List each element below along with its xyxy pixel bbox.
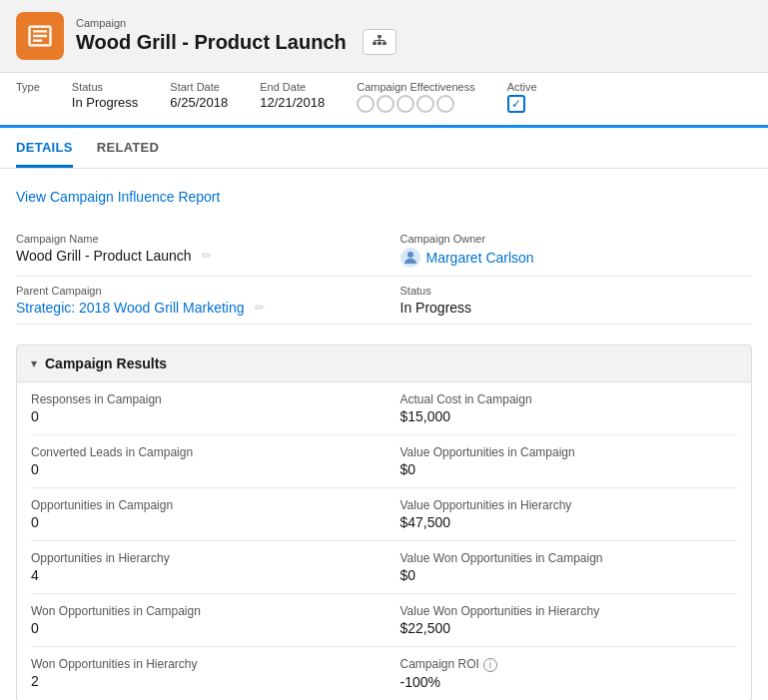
active-label: Active bbox=[507, 81, 537, 93]
type-label: Type bbox=[16, 81, 40, 93]
result-value: 0 bbox=[31, 408, 369, 424]
field-parent-campaign: Parent Campaign Strategic: 2018 Wood Gri… bbox=[16, 277, 384, 325]
active-checkbox[interactable]: ✓ bbox=[507, 95, 525, 113]
result-label: Value Opportunities in Campaign bbox=[400, 445, 738, 459]
results-grid: Responses in Campaign 0 Actual Cost in C… bbox=[31, 382, 737, 700]
result-label: Won Opportunities in Hierarchy bbox=[31, 657, 369, 671]
meta-status: Status In Progress bbox=[72, 81, 138, 110]
result-item-right-4: Value Won Opportunities in Hierarchy $22… bbox=[384, 594, 738, 647]
result-label: Value Won Opportunities in Campaign bbox=[400, 551, 738, 565]
field-campaign-name: Campaign Name Wood Grill - Product Launc… bbox=[16, 225, 384, 277]
fields-grid: Campaign Name Wood Grill - Product Launc… bbox=[16, 225, 752, 325]
star-1 bbox=[357, 95, 375, 113]
campaign-name-label: Campaign Name bbox=[16, 233, 369, 245]
field-campaign-owner: Campaign Owner Margaret Carlson bbox=[384, 225, 753, 277]
content-area: View Campaign Influence Report Campaign … bbox=[0, 169, 768, 700]
chevron-icon: ▾ bbox=[31, 356, 37, 370]
result-label: Responses in Campaign bbox=[31, 392, 369, 406]
result-item-right-2: Value Opportunities in Hierarchy $47,500 bbox=[384, 488, 738, 541]
end-date-value: 12/21/2018 bbox=[260, 95, 325, 110]
result-value: $0 bbox=[400, 567, 738, 583]
page-header: Campaign Wood Grill - Product Launch bbox=[0, 0, 768, 73]
star-4 bbox=[416, 95, 434, 113]
campaign-icon bbox=[16, 12, 64, 60]
result-label: Won Opportunities in Campaign bbox=[31, 604, 369, 618]
meta-start-date: Start Date 6/25/2018 bbox=[170, 81, 228, 110]
svg-rect-0 bbox=[378, 35, 382, 38]
campaign-name-value: Wood Grill - Product Launch ✏ bbox=[16, 248, 369, 264]
result-value: $47,500 bbox=[400, 514, 738, 530]
campaign-results-header[interactable]: ▾ Campaign Results bbox=[16, 345, 752, 382]
result-value: 0 bbox=[31, 514, 369, 530]
result-value: 4 bbox=[31, 567, 369, 583]
result-value: 0 bbox=[31, 461, 369, 477]
result-value: $0 bbox=[400, 461, 738, 477]
result-value: $15,000 bbox=[400, 408, 738, 424]
result-item-right-1: Value Opportunities in Campaign $0 bbox=[384, 435, 738, 488]
field-status-label: Status bbox=[400, 285, 753, 297]
start-date-label: Start Date bbox=[170, 81, 228, 93]
section-title: Campaign Results bbox=[45, 355, 167, 371]
result-value: -100% bbox=[400, 674, 738, 690]
svg-point-9 bbox=[407, 252, 413, 258]
campaign-owner-label: Campaign Owner bbox=[400, 233, 753, 245]
result-label: Opportunities in Campaign bbox=[31, 498, 369, 512]
start-date-value: 6/25/2018 bbox=[170, 95, 228, 110]
parent-campaign-label: Parent Campaign bbox=[16, 285, 369, 297]
result-value: 2 bbox=[31, 673, 369, 689]
star-3 bbox=[396, 95, 414, 113]
campaign-owner-value: Margaret Carlson bbox=[400, 248, 753, 268]
result-label: Value Opportunities in Hierarchy bbox=[400, 498, 738, 512]
field-status: Status In Progress bbox=[384, 277, 753, 325]
result-item-left-4: Won Opportunities in Campaign 0 bbox=[31, 594, 384, 647]
meta-bar: Type Status In Progress Start Date 6/25/… bbox=[0, 73, 768, 128]
header-text-group: Campaign Wood Grill - Product Launch bbox=[76, 17, 396, 55]
field-status-value: In Progress bbox=[400, 300, 753, 316]
tab-related[interactable]: RELATED bbox=[97, 128, 160, 168]
effectiveness-stars bbox=[357, 95, 474, 113]
result-label: Actual Cost in Campaign bbox=[400, 392, 738, 406]
star-5 bbox=[436, 95, 454, 113]
view-influence-report-link[interactable]: View Campaign Influence Report bbox=[16, 189, 220, 205]
star-2 bbox=[377, 95, 394, 113]
meta-active: Active ✓ bbox=[507, 81, 537, 113]
result-label: Converted Leads in Campaign bbox=[31, 445, 369, 459]
svg-rect-2 bbox=[378, 42, 382, 45]
result-item-left-5: Won Opportunities in Hierarchy 2 bbox=[31, 647, 384, 700]
parent-campaign-edit-icon[interactable]: ✏ bbox=[255, 301, 265, 315]
svg-rect-3 bbox=[383, 42, 386, 45]
result-label: Opportunities in Hierarchy bbox=[31, 551, 369, 565]
result-item-left-3: Opportunities in Hierarchy 4 bbox=[31, 541, 384, 594]
meta-type: Type bbox=[16, 81, 40, 95]
status-value: In Progress bbox=[72, 95, 138, 110]
info-icon[interactable]: i bbox=[483, 658, 497, 672]
status-label: Status bbox=[72, 81, 138, 93]
page-title: Wood Grill - Product Launch bbox=[76, 31, 347, 54]
tabs-bar: DETAILS RELATED bbox=[0, 128, 768, 169]
result-item-right-3: Value Won Opportunities in Campaign $0 bbox=[384, 541, 738, 594]
result-value: 0 bbox=[31, 620, 369, 636]
owner-avatar bbox=[400, 248, 420, 268]
result-label: Campaign ROIi bbox=[400, 657, 738, 672]
meta-effectiveness: Campaign Effectiveness bbox=[357, 81, 474, 113]
result-item-right-0: Actual Cost in Campaign $15,000 bbox=[384, 382, 738, 435]
effectiveness-label: Campaign Effectiveness bbox=[357, 81, 474, 93]
tab-details[interactable]: DETAILS bbox=[16, 128, 73, 168]
campaign-name-edit-icon[interactable]: ✏ bbox=[202, 249, 212, 263]
parent-campaign-value: Strategic: 2018 Wood Grill Marketing ✏ bbox=[16, 300, 369, 316]
result-item-left-0: Responses in Campaign 0 bbox=[31, 382, 384, 435]
svg-rect-1 bbox=[373, 42, 377, 45]
header-label: Campaign bbox=[76, 17, 396, 29]
campaign-results-body: Responses in Campaign 0 Actual Cost in C… bbox=[16, 382, 752, 700]
result-label: Value Won Opportunities in Hierarchy bbox=[400, 604, 738, 618]
hierarchy-button[interactable] bbox=[363, 29, 396, 55]
end-date-label: End Date bbox=[260, 81, 325, 93]
result-value: $22,500 bbox=[400, 620, 738, 636]
meta-end-date: End Date 12/21/2018 bbox=[260, 81, 325, 110]
result-item-left-1: Converted Leads in Campaign 0 bbox=[31, 435, 384, 488]
result-item-right-5: Campaign ROIi -100% bbox=[384, 647, 738, 700]
result-item-left-2: Opportunities in Campaign 0 bbox=[31, 488, 384, 541]
